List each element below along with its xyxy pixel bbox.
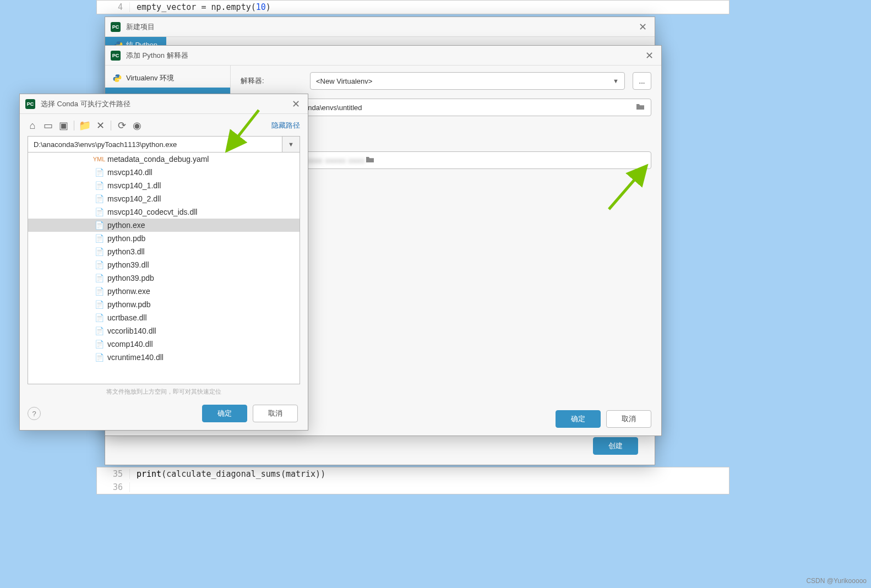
file-item[interactable]: 📄pythonw.pdb bbox=[28, 298, 300, 311]
titlebar[interactable]: PC 添加 Python 解释器 ✕ bbox=[105, 46, 661, 66]
titlebar[interactable]: PC 新建项目 ✕ bbox=[105, 17, 655, 37]
folder-icon[interactable] bbox=[635, 103, 645, 112]
file-item[interactable]: YMLmetadata_conda_debug.yaml bbox=[28, 153, 300, 166]
cancel-button[interactable]: 取消 bbox=[606, 410, 651, 428]
file-name: msvcp140_2.dll bbox=[107, 194, 161, 203]
file-name: ucrtbase.dll bbox=[107, 313, 147, 322]
file-item[interactable]: 📄vcomp140.dll bbox=[28, 337, 300, 351]
file-item[interactable]: 📄python.pdb bbox=[28, 232, 300, 245]
file-item[interactable]: 📄pythonw.exe bbox=[28, 285, 300, 298]
titlebar[interactable]: PC 选择 Conda 可执行文件路径 ✕ bbox=[20, 94, 308, 114]
file-name: msvcp140.dll bbox=[107, 168, 153, 177]
file-list[interactable]: YMLmetadata_conda_debug.yaml📄msvcp140.dl… bbox=[28, 153, 300, 384]
file-item[interactable]: 📄msvcp140_codecvt_ids.dll bbox=[28, 205, 300, 219]
dialog-title: 选择 Conda 可执行文件路径 bbox=[41, 99, 290, 109]
file-item[interactable]: 📄python39.dll bbox=[28, 258, 300, 271]
close-icon[interactable]: ✕ bbox=[643, 50, 656, 62]
sidebar-item-label: Virtualenv 环境 bbox=[126, 73, 174, 83]
more-button[interactable]: ... bbox=[633, 72, 651, 90]
code-editor-background: 4 empty_vector = np.empty(10) bbox=[96, 0, 730, 14]
pycharm-icon: PC bbox=[111, 22, 121, 32]
project-icon[interactable]: ▣ bbox=[58, 121, 68, 130]
interpreter-combo[interactable]: <New Virtualenv> ▼ bbox=[310, 72, 625, 90]
file-item[interactable]: 📄python3.dll bbox=[28, 245, 300, 258]
file-icon: 📄 bbox=[94, 220, 104, 230]
show-hidden-icon[interactable]: ◉ bbox=[132, 121, 142, 130]
file-icon: 📄 bbox=[94, 286, 104, 296]
cancel-button[interactable]: 取消 bbox=[253, 405, 298, 422]
file-item[interactable]: 📄msvcp140_1.dll bbox=[28, 179, 300, 192]
file-item[interactable]: 📄msvcp140.dll bbox=[28, 166, 300, 179]
help-icon[interactable]: ? bbox=[28, 407, 41, 420]
dialog-title: 新建项目 bbox=[126, 22, 636, 32]
file-name: python3.dll bbox=[107, 247, 145, 256]
folder-icon[interactable] bbox=[365, 156, 375, 165]
file-item[interactable]: 📄vccorlib140.dll bbox=[28, 324, 300, 337]
yaml-file-icon: YML bbox=[94, 154, 104, 164]
file-icon: 📄 bbox=[94, 313, 104, 323]
combo-value: <New Virtualenv> bbox=[316, 77, 372, 85]
file-name: pythonw.pdb bbox=[107, 300, 151, 309]
file-icon: 📄 bbox=[94, 339, 104, 349]
file-item[interactable]: 📄python.exe bbox=[28, 219, 300, 232]
chevron-down-icon: ▼ bbox=[613, 78, 619, 84]
line-number: 36 bbox=[97, 482, 130, 492]
file-icon: 📄 bbox=[94, 247, 104, 257]
file-name: python39.dll bbox=[107, 260, 149, 269]
file-icon: 📄 bbox=[94, 233, 104, 243]
watermark: CSDN @Yurikooooo bbox=[806, 577, 867, 585]
file-name: vcruntime140.dll bbox=[107, 353, 164, 362]
path-combo[interactable]: D:\anaconda3\envs\pyToach1113\python.exe… bbox=[28, 136, 300, 153]
code-editor-bottom: 35 print(calculate_diagonal_sums(matrix)… bbox=[96, 467, 730, 494]
file-name: pythonw.exe bbox=[107, 287, 150, 296]
interpreter-label: 解释器: bbox=[241, 76, 302, 86]
dialog-title: 添加 Python 解释器 bbox=[126, 51, 643, 61]
file-icon: 📄 bbox=[94, 352, 104, 362]
close-icon[interactable]: ✕ bbox=[636, 21, 649, 33]
file-name: python.exe bbox=[107, 221, 145, 230]
create-button[interactable]: 创建 bbox=[593, 437, 638, 455]
file-icon: 📄 bbox=[94, 207, 104, 217]
line-number: 35 bbox=[97, 469, 130, 479]
hide-path-link[interactable]: 隐藏路径 bbox=[271, 121, 300, 130]
line-number: 4 bbox=[97, 2, 130, 12]
file-name: python39.pdb bbox=[107, 274, 154, 282]
file-item[interactable]: 📄ucrtbase.dll bbox=[28, 311, 300, 324]
file-name: vcomp140.dll bbox=[107, 340, 153, 349]
file-icon: 📄 bbox=[94, 194, 104, 204]
file-icon: 📄 bbox=[94, 273, 104, 283]
file-name: vccorlib140.dll bbox=[107, 326, 156, 335]
sidebar-item-virtualenv[interactable]: Virtualenv 环境 bbox=[105, 69, 230, 88]
drop-hint: 将文件拖放到上方空间，即可对其快速定位 bbox=[28, 384, 300, 399]
file-name: metadata_conda_debug.yaml bbox=[107, 155, 209, 164]
file-icon: 📄 bbox=[94, 260, 104, 270]
new-folder-icon[interactable]: 📁 bbox=[80, 121, 90, 130]
close-icon[interactable]: ✕ bbox=[290, 98, 302, 110]
file-name: msvcp140_1.dll bbox=[107, 181, 161, 190]
refresh-icon[interactable]: ⟳ bbox=[117, 121, 127, 130]
pycharm-icon: PC bbox=[25, 99, 35, 109]
pycharm-icon: PC bbox=[111, 51, 121, 61]
home-icon[interactable]: ⌂ bbox=[28, 121, 37, 130]
file-icon: 📄 bbox=[94, 326, 104, 336]
file-item[interactable]: 📄msvcp140_2.dll bbox=[28, 192, 300, 205]
ok-button[interactable]: 确定 bbox=[556, 410, 601, 428]
desktop-icon[interactable]: ▭ bbox=[43, 121, 53, 130]
file-icon: 📄 bbox=[94, 181, 104, 190]
file-name: msvcp140_codecvt_ids.dll bbox=[107, 208, 197, 216]
file-item[interactable]: 📄vcruntime140.dll bbox=[28, 351, 300, 364]
file-icon: 📄 bbox=[94, 167, 104, 177]
file-toolbar: ⌂ ▭ ▣ 📁 ✕ ⟳ ◉ 隐藏路径 bbox=[28, 121, 300, 130]
file-icon: 📄 bbox=[94, 300, 104, 309]
path-value: D:\anaconda3\envs\pyToach1113\python.exe bbox=[28, 137, 282, 152]
file-item[interactable]: 📄python39.pdb bbox=[28, 271, 300, 285]
chevron-down-icon[interactable]: ▼ bbox=[282, 137, 300, 152]
ok-button[interactable]: 确定 bbox=[202, 405, 247, 422]
conda-path-dialog: PC 选择 Conda 可执行文件路径 ✕ ⌂ ▭ ▣ 📁 ✕ ⟳ ◉ 隐藏路径… bbox=[19, 94, 308, 431]
file-name: python.pdb bbox=[107, 234, 145, 243]
delete-icon[interactable]: ✕ bbox=[95, 121, 105, 130]
